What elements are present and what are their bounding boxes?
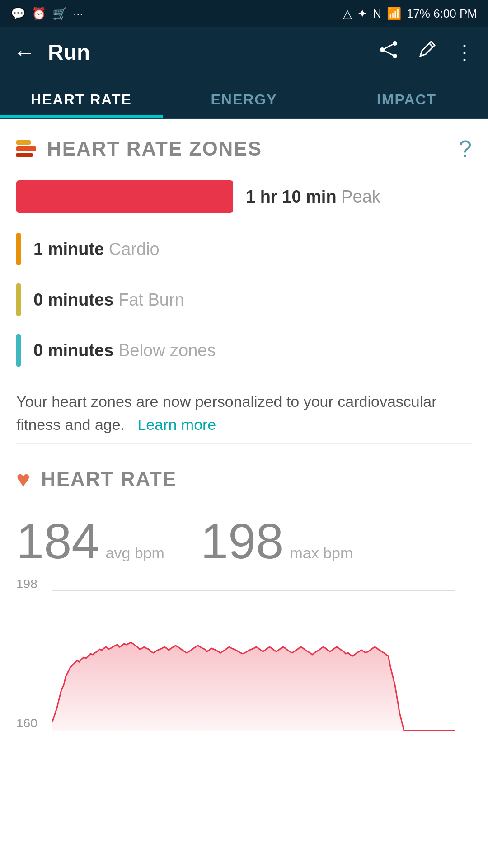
cardio-time: 1 minute: [33, 240, 104, 259]
stack-bar-2: [16, 146, 36, 151]
peak-zone-name: Peak: [341, 187, 380, 206]
max-bpm-group: 198 max bpm: [201, 516, 353, 566]
stack-bar-3: [16, 153, 33, 157]
hr-chart-fill: [52, 642, 455, 731]
svg-line-5: [429, 43, 433, 47]
stack-bar-1: [16, 140, 31, 145]
chart-y-min: 160: [16, 716, 38, 731]
svg-line-4: [382, 50, 395, 56]
status-bar: 💬 ⏰ 🛒 ··· △ ✦ N 📶 17% 6:00 PM: [0, 0, 488, 27]
edit-button[interactable]: [417, 40, 436, 64]
status-right-info: △ ✦ N 📶 17% 6:00 PM: [343, 7, 477, 21]
belowzones-time: 0 minutes: [33, 341, 113, 360]
status-left-icons: 💬 ⏰ 🛒 ···: [11, 7, 83, 21]
peak-bar: [16, 180, 233, 213]
dots-icon: ···: [73, 7, 83, 21]
page-title: Run: [48, 40, 90, 65]
cardio-zone-bar: [16, 233, 21, 265]
zones-header-left: HEART RATE ZONES: [16, 137, 262, 160]
bpm-stats: 184 avg bpm 198 max bpm: [0, 500, 488, 577]
max-bpm-label: max bpm: [290, 544, 353, 562]
share-button[interactable]: [379, 40, 399, 64]
peak-time: 1 hr 10 min: [246, 187, 337, 206]
tab-bar: HEART RATE ENERGY IMPACT: [0, 77, 488, 119]
cardio-zone-row: 1 minute Cardio: [0, 224, 488, 274]
avg-bpm-label: avg bpm: [106, 544, 164, 562]
avg-bpm-value: 184: [16, 516, 99, 566]
clock-icon: ⏰: [32, 7, 46, 21]
zones-stack-icon: [16, 140, 36, 157]
belowzones-text: 0 minutes Below zones: [33, 341, 216, 360]
back-button[interactable]: ←: [14, 40, 35, 65]
zones-section-header: HEART RATE ZONES ?: [0, 119, 488, 171]
tab-heart-rate[interactable]: HEART RATE: [0, 77, 163, 118]
learn-more-link[interactable]: Learn more: [137, 416, 216, 433]
n-icon: N: [373, 7, 381, 21]
heart-rate-chart: 198 160: [0, 577, 488, 731]
max-bpm-value: 198: [201, 516, 284, 566]
signal-icon: △: [343, 7, 352, 21]
hr-section-title: HEART RATE: [41, 468, 177, 491]
zones-info-text: Your heart zones are now personalized to…: [0, 376, 488, 443]
fatburn-time: 0 minutes: [33, 290, 113, 309]
peak-label: 1 hr 10 min Peak: [246, 187, 380, 207]
nav-actions: ⋮: [379, 40, 474, 64]
heart-icon: ♥: [16, 466, 30, 493]
wifi-icon: 📶: [387, 7, 401, 21]
battery-text: 17% 6:00 PM: [407, 7, 477, 21]
avg-bpm-group: 184 avg bpm: [16, 516, 164, 566]
fatburn-zone-row: 0 minutes Fat Burn: [0, 274, 488, 325]
help-button[interactable]: ?: [459, 135, 472, 162]
fatburn-zone-bar: [16, 283, 21, 316]
tab-impact[interactable]: IMPACT: [325, 77, 488, 118]
hr-chart-svg: [52, 577, 455, 731]
fatburn-label: Fat Burn: [118, 290, 184, 309]
bluetooth-icon: ✦: [357, 7, 367, 21]
cardio-zone-text: 1 minute Cardio: [33, 240, 160, 259]
top-nav: ← Run ⋮: [0, 27, 488, 77]
belowzones-label: Below zones: [118, 341, 216, 360]
cardio-label: Cardio: [109, 240, 160, 259]
amazon-icon: 🛒: [52, 7, 67, 21]
message-icon: 💬: [11, 7, 25, 21]
svg-line-3: [382, 43, 395, 50]
main-content: HEART RATE ZONES ? 1 hr 10 min Peak 1 mi…: [0, 119, 488, 731]
belowzones-row: 0 minutes Below zones: [0, 325, 488, 376]
more-button[interactable]: ⋮: [455, 41, 474, 64]
tab-energy[interactable]: ENERGY: [163, 77, 325, 118]
peak-zone-row: 1 hr 10 min Peak: [0, 171, 488, 224]
fatburn-zone-text: 0 minutes Fat Burn: [33, 290, 184, 310]
zones-section-title: HEART RATE ZONES: [47, 137, 262, 160]
nav-left: ← Run: [14, 40, 90, 65]
belowzones-bar: [16, 334, 21, 367]
hr-section-header: ♥ HEART RATE: [0, 444, 488, 500]
chart-y-max: 198: [16, 577, 38, 591]
